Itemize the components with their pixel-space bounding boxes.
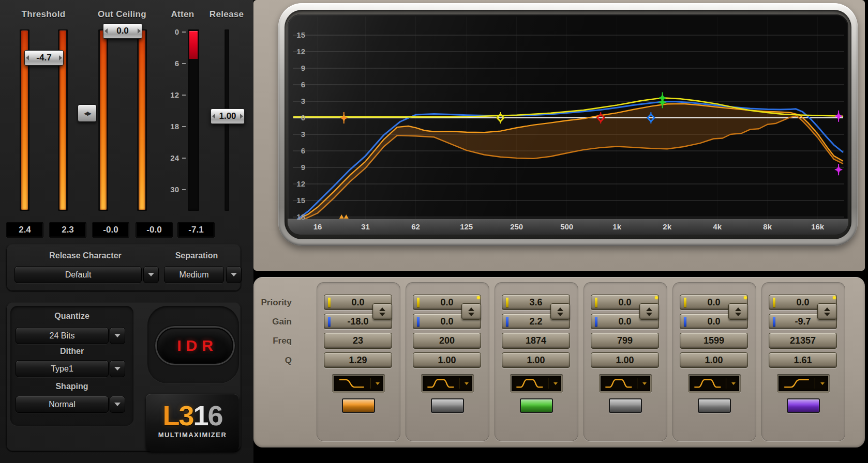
release-character-panel: Release Character Separation Default Med… [6, 244, 241, 291]
separation-select[interactable]: Medium [164, 266, 224, 283]
threshold-readout-left[interactable]: 2.4 [6, 222, 43, 238]
stepper-down-icon [379, 313, 385, 316]
band-1-q-field[interactable]: 1.29 [324, 352, 392, 368]
band-6-stepper[interactable] [817, 303, 837, 320]
dither-dropdown-icon[interactable] [110, 360, 125, 377]
band-3-gain-value: 2.2 [529, 316, 542, 327]
band-1-shape-select[interactable] [334, 376, 383, 391]
atten-scale-18: 18 [163, 122, 179, 131]
threshold-readout-right[interactable]: 2.3 [49, 222, 86, 238]
release-handle[interactable]: 1.00 [211, 109, 245, 124]
band-4-q-field[interactable]: 1.00 [591, 352, 659, 368]
band-6-freq-field[interactable]: 21357 [769, 333, 837, 349]
band-6-marker[interactable] [834, 164, 843, 175]
out-ceiling-fader-right[interactable] [137, 29, 147, 211]
link-arrows-icon: ◀▶ [84, 110, 91, 117]
limiter-section: Threshold Out Ceiling Atten Release 0 6 … [0, 0, 253, 463]
band-5-freq-field[interactable]: 1599 [680, 333, 748, 349]
band-4-stepper[interactable] [639, 303, 659, 320]
separation-dropdown-icon[interactable] [226, 266, 242, 283]
atten-scale-6: 6 [163, 59, 179, 68]
band-5-onoff-button[interactable] [698, 398, 731, 413]
eq-graph-svg[interactable]: 1631621252505001k2k4k8k16k15129630369121… [288, 14, 848, 235]
shaping-value: Normal [49, 400, 76, 409]
priority-tick-icon [328, 298, 331, 307]
band-4-onoff-button[interactable] [609, 398, 642, 413]
plugin-window: Threshold Out Ceiling Atten Release 0 6 … [0, 0, 868, 463]
channel-link-button[interactable]: ◀▶ [78, 104, 97, 122]
idr-button[interactable]: IDR [157, 328, 233, 364]
band-1-marker[interactable] [339, 214, 349, 219]
shape-dropdown-icon[interactable] [820, 382, 825, 385]
filter-shape-icon [334, 376, 368, 391]
band-1-freq-field[interactable]: 23 [324, 333, 392, 349]
band-1-marker[interactable] [340, 112, 348, 124]
band-column-6: 0.0-9.7213571.61 [761, 282, 845, 441]
release-character-value: Default [65, 270, 92, 280]
shape-dropdown-icon[interactable] [553, 382, 558, 385]
band-2-priority-value: 0.0 [440, 297, 453, 308]
release-character-dropdown-icon[interactable] [143, 266, 159, 283]
logo-subtitle: MULTIMAXIMIZER [146, 431, 239, 439]
band-2-shape-select[interactable] [423, 376, 472, 391]
band-5-stepper[interactable] [728, 303, 748, 320]
stepper-up-icon [646, 307, 652, 311]
shaping-dropdown-icon[interactable] [110, 396, 125, 413]
y-axis-labels: 15129630369121518 [296, 30, 305, 221]
svg-text:8k: 8k [763, 222, 772, 231]
band-2-freq-field[interactable]: 200 [413, 333, 481, 349]
atten-scale-0: 0 [163, 27, 179, 37]
atten-readout: -7.1 [177, 222, 215, 238]
shape-dropdown-icon[interactable] [731, 382, 736, 385]
quantize-select[interactable]: 24 Bits [16, 327, 109, 344]
shape-divider [459, 378, 459, 389]
svg-text:18: 18 [296, 212, 305, 221]
out-ceiling-readout-right[interactable]: -0.0 [136, 222, 173, 238]
frequency-graph[interactable]: 1631621252505001k2k4k8k16k15129630369121… [288, 14, 848, 235]
stepper-up-icon [557, 307, 563, 311]
band-2-q-field[interactable]: 1.00 [413, 352, 481, 368]
svg-text:6: 6 [301, 80, 305, 89]
band-2-stepper[interactable] [461, 303, 481, 320]
band-6-q-field[interactable]: 1.61 [769, 352, 837, 368]
shape-dropdown-icon[interactable] [465, 382, 469, 385]
band-1-onoff-button[interactable] [342, 398, 375, 413]
svg-text:12: 12 [296, 179, 305, 188]
stepper-down-icon [735, 313, 741, 316]
out-ceiling-handle[interactable]: 0.0 [103, 23, 142, 39]
chevron-down-icon [231, 273, 237, 276]
band-2-onoff-button[interactable] [431, 398, 464, 413]
quantize-label: Quantize [16, 312, 128, 321]
dither-select[interactable]: Type1 [16, 360, 109, 377]
band-5-shape-select[interactable] [690, 376, 739, 391]
gain-tick-icon [506, 317, 508, 327]
shaping-select[interactable]: Normal [16, 396, 109, 413]
quantize-dropdown-icon[interactable] [110, 327, 125, 344]
band-6-onoff-button[interactable] [787, 398, 820, 413]
band-4-freq-field[interactable]: 799 [591, 333, 659, 349]
band-1-stepper[interactable] [372, 303, 392, 320]
band-column-3: 3.62.218741.00 [495, 282, 578, 441]
band-3-shape-select[interactable] [512, 376, 561, 391]
svg-text:2k: 2k [663, 222, 671, 231]
band-6-marker[interactable] [834, 111, 843, 122]
band-4-shape-select[interactable] [601, 376, 650, 391]
shape-dropdown-icon[interactable] [376, 382, 380, 385]
band-5-gain-value: 0.0 [707, 316, 720, 327]
release-character-select[interactable]: Default [14, 266, 142, 283]
band-3-freq-field[interactable]: 1874 [502, 333, 570, 349]
out-ceiling-fader-left[interactable] [98, 29, 108, 211]
band-6-shape-select[interactable] [779, 376, 828, 391]
band-3-stepper[interactable] [550, 303, 570, 320]
svg-text:62: 62 [411, 222, 420, 231]
shape-divider [548, 378, 548, 389]
band-3-q-field[interactable]: 1.00 [502, 352, 570, 368]
band-3-onoff-button[interactable] [520, 398, 553, 413]
band-4-priority-dot [655, 296, 658, 299]
threshold-handle[interactable]: -4.7 [24, 50, 64, 66]
out-ceiling-readout-left[interactable]: -0.0 [92, 222, 129, 238]
atten-meter-level [189, 31, 198, 59]
shape-dropdown-icon[interactable] [642, 382, 647, 385]
band-5-q-field[interactable]: 1.00 [680, 352, 748, 368]
atten-meter [188, 29, 199, 211]
